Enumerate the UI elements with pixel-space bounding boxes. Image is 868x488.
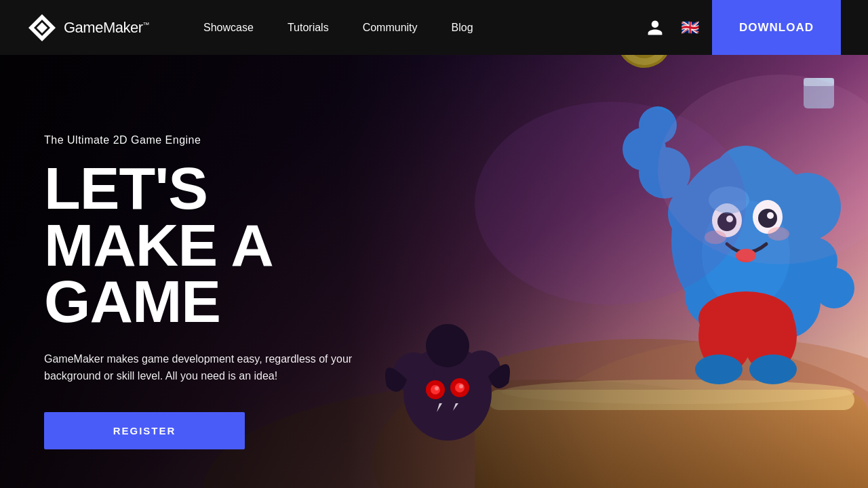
nav-links: Showcase Tutorials Community Blog	[203, 22, 473, 34]
nav-left: GameMaker™ Showcase Tutorials Community …	[27, 13, 473, 43]
svg-point-45	[426, 324, 469, 367]
nav-item-blog[interactable]: Blog	[452, 22, 473, 34]
user-account-button[interactable]	[643, 16, 667, 40]
svg-point-51	[459, 384, 463, 388]
svg-point-25	[814, 268, 854, 308]
user-icon	[646, 19, 664, 37]
svg-point-40	[749, 354, 797, 384]
download-button[interactable]: DOWNLOAD	[712, 0, 841, 55]
hero-section: GameMaker™ Showcase Tutorials Community …	[0, 0, 868, 488]
language-selector-button[interactable]: 🇬🇧	[677, 16, 702, 40]
gamemaker-logo-icon	[27, 13, 57, 43]
hero-subtitle: The Ultimate 2D Game Engine	[44, 134, 376, 146]
hero-content: The Ultimate 2D Game Engine LET'S MAKE A…	[0, 55, 420, 488]
nav-right: 🇬🇧 DOWNLOAD	[643, 0, 841, 55]
nav-item-tutorials[interactable]: Tutorials	[288, 22, 329, 34]
hero-description: GameMaker makes game development easy, r…	[44, 350, 376, 385]
nav-item-community[interactable]: Community	[363, 22, 418, 34]
flag-uk-icon: 🇬🇧	[681, 19, 699, 37]
hero-title: LET'S MAKE A GAME	[44, 160, 376, 330]
logo-text: GameMaker™	[64, 19, 149, 37]
logo-link[interactable]: GameMaker™	[27, 13, 149, 43]
nav-item-showcase[interactable]: Showcase	[203, 22, 254, 34]
svg-point-39	[695, 354, 743, 384]
svg-point-50	[435, 386, 439, 390]
register-button[interactable]: REGISTER	[44, 412, 245, 449]
navbar: GameMaker™ Showcase Tutorials Community …	[0, 0, 868, 55]
